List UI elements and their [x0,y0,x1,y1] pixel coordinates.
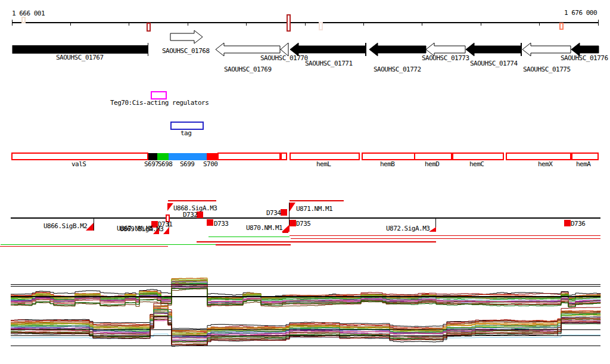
feature-box-tag[interactable] [171,122,203,129]
gene-box-segment[interactable] [207,153,217,160]
tu-promoter-triangle[interactable] [290,203,295,211]
gene-box-label: hemA [576,160,591,168]
tu-label: D732 [183,211,198,219]
gene-label: SAOUHSC_01768 [162,47,210,55]
gene-label: SAOUHSC_01776 [561,54,608,62]
gene-arrow[interactable] [369,43,426,56]
gene-box[interactable] [506,153,571,160]
gene-box-label: hemD [425,160,440,168]
gene-box-label: hemX [538,160,553,168]
gene-box[interactable] [281,153,287,160]
gene-box-label: S698 [158,160,173,168]
gene-label: SAOUHSC_01772 [374,66,421,73]
gene-box-label: valS [71,160,86,168]
gene-label: SAOUHSC_01767 [56,54,104,61]
gene-box[interactable] [572,153,598,160]
feature-label: tag [180,129,191,137]
tu-label: U866.SigB.M2 [43,222,87,230]
gene-box-segment[interactable] [157,153,169,160]
gene-box-segment[interactable] [169,153,207,160]
ruler-marker[interactable] [22,17,25,23]
tu-terminator-square[interactable] [564,220,571,226]
tu-terminator-square[interactable] [281,209,287,216]
tu-label: D733 [214,220,229,228]
gene-label: SAOUHSC_01774 [470,60,518,67]
genome-browser-window: 1 666 0011 676 000SAOUHSC_01767SAOUHSC_0… [0,0,610,364]
tu-label: U871.NM.M1 [296,205,332,213]
tu-label: D735 [296,220,311,228]
gene-box[interactable] [290,153,359,160]
gene-box-label: hemL [316,160,331,168]
tu-terminator-square[interactable] [207,219,213,226]
tu-label: D731 [158,220,173,228]
ruler-start-coordinate: 1 666 001 [12,10,45,17]
gene-label: SAOUHSC_01769 [224,66,272,73]
ruler-marker[interactable] [287,15,290,31]
gene-box[interactable] [362,153,415,160]
tu-label: D736 [571,220,586,228]
gene-box-label: hemC [469,160,484,168]
gene-box[interactable] [12,153,148,160]
gene-box[interactable] [453,153,503,160]
tu-promoter-triangle[interactable] [429,227,436,232]
feature-box-teg70[interactable] [151,92,166,99]
gene-box-label: hemB [380,160,395,168]
gene-box-label: S700 [203,160,218,168]
feature-label: Teg70:Cis-acting regulators [110,99,208,107]
ruler-marker[interactable] [319,23,322,30]
tu-terminator-square[interactable] [197,211,203,218]
gene-arrow[interactable] [466,43,521,56]
tu-promoter-triangle[interactable] [167,203,173,211]
gene-box[interactable] [218,153,280,160]
gene-arrow[interactable] [170,30,203,43]
tu-label: D734 [266,209,281,217]
gene-label: SAOUHSC_01775 [523,66,571,73]
gene-label: SAOUHSC_01771 [305,60,353,67]
gene-label: SAOUHSC_01773 [422,54,469,62]
tu-label: U872.SigA.M3 [386,225,430,232]
tu-terminator-square[interactable] [290,220,296,226]
gene-arrow[interactable] [13,46,148,54]
gene-box[interactable] [415,153,452,160]
gene-label: SAOUHSC_01770 [260,54,308,62]
tu-promoter-triangle[interactable] [282,225,290,232]
gene-box-segment[interactable] [148,153,157,160]
gene-box-label: S697 [144,160,159,168]
gene-box-label: S699 [180,160,195,168]
ruler-end-coordinate: 1 676 000 [564,9,597,17]
ruler-marker[interactable] [147,23,150,31]
tu-label: U869.SigA.M3 [120,225,163,233]
tu-label: U870.NM.M1 [246,224,282,232]
genome-browser-canvas[interactable]: 1 666 0011 676 000SAOUHSC_01767SAOUHSC_0… [0,0,610,364]
ruler-marker[interactable] [560,23,563,29]
